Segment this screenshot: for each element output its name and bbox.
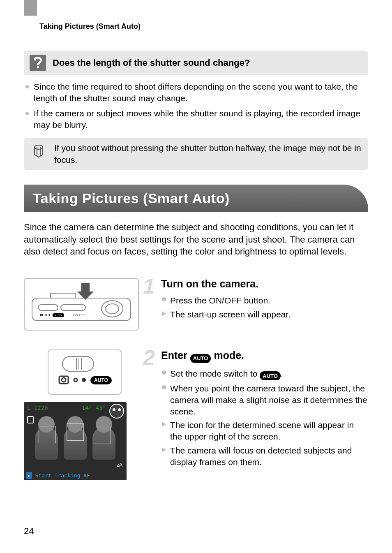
focus-frame [94,427,111,444]
section-title-banner: Taking Pictures (Smart Auto) [24,185,368,212]
triangle-marker-icon [161,422,167,427]
side-tab [24,0,37,16]
step-line: The icon for the determined scene will a… [149,419,368,442]
bullet-dot-icon [25,112,29,115]
svg-point-2 [101,301,123,317]
svg-rect-1 [32,298,131,321]
triangle-marker-icon [161,447,167,452]
screen-status-left: L 1220 [27,405,48,411]
step-line: The camera will focus on detected subjec… [149,445,368,467]
svg-point-0 [35,145,43,149]
onoff-label: ON/OFF [73,313,85,317]
svg-rect-11 [62,356,94,371]
focus-frame [67,423,84,441]
auto-mode-icon: AUTO [190,354,211,363]
question-mark-icon [30,55,46,71]
svg-point-17 [74,378,77,382]
za-indicator: zA [117,462,122,468]
camera-screen-preview: L 1220 14' 43" zA ▸ Start Tracking AF [24,402,127,480]
bullet-row: If the camera or subject moves while the… [25,108,368,131]
step-line: Set the mode switch to AUTO. [149,368,368,381]
bullet-text: Since the time required to shoot differs… [34,81,368,104]
svg-rect-6 [40,314,43,316]
svg-rect-5 [61,305,85,310]
svg-point-18 [82,378,86,382]
running-header: Taking Pictures (Smart Auto) [39,22,368,31]
svg-point-7 [45,314,47,316]
screen-status-right: 14' 43" [82,405,106,411]
step-text: Set the mode switch to AUTO. [170,368,283,381]
step-line: Press the ON/OFF button. [149,295,368,306]
step-1-row: AUTO ON/OFF 1 Turn on the camera. Press … [24,278,368,342]
step-text: The icon for the determined scene will a… [170,419,368,442]
svg-point-3 [106,304,119,314]
focus-frame [39,426,56,443]
triangle-marker-icon [161,311,167,316]
step-1-title: Turn on the camera. [149,278,368,290]
auto-mode-icon: AUTO [260,371,281,380]
bullet-text: If the camera or subject moves while the… [34,108,368,131]
circle-marker-icon [162,297,166,301]
question-title: Does the length of the shutter sound cha… [53,58,250,68]
circle-marker-icon [162,385,166,389]
step-text: The start-up screen will appear. [170,309,291,320]
page-number: 24 [24,526,34,537]
screen-bottom-label: ▸ Start Tracking AF [26,472,90,479]
note-callout: If you shoot without pressing the shutte… [24,138,368,170]
svg-text:AUTO: AUTO [55,314,62,317]
step-text: When you point the camera toward the sub… [170,383,368,417]
question-bullets: Since the time required to shoot differs… [24,81,368,131]
question-callout: Does the length of the shutter sound cha… [24,51,368,75]
camera-top-illustration: AUTO ON/OFF [24,278,139,331]
step-text: The camera will focus on detected subjec… [170,445,368,467]
bullet-dot-icon [25,85,29,88]
svg-rect-4 [38,305,58,310]
step-line: The start-up screen will appear. [149,309,368,320]
step-text: Press the ON/OFF button. [170,295,270,306]
divider [24,267,368,267]
section-intro: Since the camera can determine the subje… [24,221,368,258]
section-title: Taking Pictures (Smart Auto) [33,190,356,206]
circle-marker-icon [162,370,166,375]
bullet-row: Since the time required to shoot differs… [25,81,368,104]
scene-face-icon [109,404,124,419]
mode-switch-illustration: AUTO [48,349,122,395]
svg-point-16 [62,378,66,382]
svg-text:AUTO: AUTO [94,377,108,383]
pencil-note-icon [30,142,47,160]
step-line: When you point the camera toward the sub… [149,383,368,417]
note-text: If you shoot without pressing the shutte… [54,142,362,166]
step-2-row: AUTO L 1220 14' 43" zA ▸ Start Tracking … [24,349,368,480]
svg-point-8 [48,314,50,316]
step-2-title: Enter AUTO mode. [149,349,368,363]
